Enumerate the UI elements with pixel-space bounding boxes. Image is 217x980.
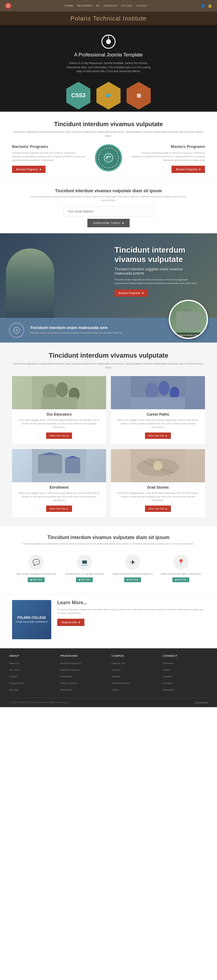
svg-point-14	[145, 383, 158, 399]
footer-link[interactable]: Newsletter	[163, 689, 174, 691]
icon-label-0: Diam ornare vulputate sociosqu amet	[16, 572, 56, 576]
hex-css3-shape: CSS3	[66, 89, 90, 103]
vivamus-subtitle: Nonummy dignissim suspendisse tincidunt …	[12, 362, 205, 370]
career-body: Career Paths Dolor amet saggitis quam. A…	[111, 409, 205, 444]
enrollment-image	[12, 449, 106, 482]
banner-browse-button[interactable]: Browse Programs	[114, 290, 148, 297]
programs-columns: Bachelor Programs Posuere ornare vulputa…	[12, 144, 205, 173]
footer-link[interactable]: Contact	[9, 675, 17, 678]
enrollment-body: Enrollment Dolor amet saggitis quam. Ant…	[12, 482, 106, 517]
programs-subtitle: Nonummy dignissim suspendisse tincidunt …	[12, 130, 205, 138]
hex-twitter-shape: 🐦	[97, 89, 120, 103]
footer-link[interactable]: Site Map	[9, 689, 19, 691]
career-image	[111, 376, 205, 409]
footer-link[interactable]: LinkedIn	[163, 675, 172, 678]
icon-item-2: ✈ Malesuada amet Nonummy dignissim ▶ BUT…	[109, 552, 157, 585]
educators-button[interactable]: More Like This	[46, 433, 72, 439]
footer-bottom: © 2014 Polaris Technical Institute. All …	[9, 698, 208, 704]
banner-content: Tincidunt interdum vivamus vulputate Tin…	[114, 245, 199, 297]
nav-k2[interactable]: K2	[96, 4, 100, 7]
lock-icon[interactable]: 🔒	[207, 4, 212, 8]
grid-card-educators: Our Educators Dolor amet saggitis quam. …	[12, 376, 106, 444]
svg-point-28	[154, 461, 162, 470]
footer-link[interactable]: Privacy Policy	[9, 682, 24, 684]
hero-section: A Professional Joomla Template Polaris i…	[0, 25, 217, 83]
learn-heading: Learn More...	[57, 600, 205, 605]
subscribe-text: Nonummy dignissim suspendisse tincidunt …	[30, 195, 187, 202]
nav-layout[interactable]: LAYOUT	[136, 4, 147, 7]
icon-button-1[interactable]: ▶ BUTTON	[76, 578, 93, 582]
footer-link[interactable]: Housing	[111, 668, 120, 671]
nav-features[interactable]: FEATURES	[77, 4, 92, 7]
feature-bar-text: Tincidunt interdum onare malesueda sem P…	[30, 325, 123, 334]
footer-link[interactable]: Certificates	[60, 675, 72, 678]
browse-bachelor-button[interactable]: Browse Programs	[12, 166, 46, 173]
icon-item-1: 💻 Tincidunt diam ut vulputate sociosqu ▶…	[60, 552, 109, 585]
career-button[interactable]: More Like This	[145, 433, 171, 439]
nav-user-icons[interactable]: 👤 🔒	[201, 4, 212, 8]
browse-masters-button[interactable]: Browse Programs	[171, 166, 205, 173]
footer-link[interactable]: Online Courses	[60, 682, 77, 684]
footer-link[interactable]: Workshops	[60, 689, 72, 691]
masters-text: Posuere ornare vulputate sit amet all at…	[131, 151, 205, 162]
educators-text: Dolor amet saggitis quam. Ante amet faug…	[16, 418, 103, 429]
learn-more-section: POLARIS COLLEGE YOUR COLLEGE STRATEGY Le…	[0, 594, 217, 648]
footer-link[interactable]: Bachelor Programs	[60, 662, 81, 665]
feature-bar-heading: Tincidunt interdum onare malesueda sem	[30, 325, 123, 330]
footer-link[interactable]: Library	[111, 689, 119, 691]
nav-logo[interactable]	[5, 2, 11, 9]
svg-point-16	[169, 387, 179, 399]
icon-button-2[interactable]: ▶ BUTTON	[124, 578, 141, 582]
footer-link[interactable]: Student Services	[111, 682, 130, 684]
request-info-button[interactable]: Request Info	[57, 619, 84, 626]
book-image: POLARIS COLLEGE YOUR COLLEGE STRATEGY	[12, 600, 51, 639]
bachelor-column: Bachelor Programs Posuere ornare vulputa…	[12, 144, 86, 173]
footer-link[interactable]: Masters Programs	[60, 668, 80, 671]
laptop-icon: 💻	[77, 555, 92, 570]
svg-point-15	[158, 381, 169, 395]
hex-css3: CSS3	[66, 89, 90, 103]
book-sub: YOUR COLLEGE STRATEGY	[15, 620, 48, 623]
features-icons-heading: Tincidunt interdum vivamus vulputate dia…	[12, 535, 205, 540]
grad-button[interactable]: More Like This	[145, 506, 171, 512]
features-icons-section: Tincidunt interdum vivamus vulputate dia…	[0, 527, 217, 594]
programs-circle	[95, 144, 122, 172]
grad-text: Dolor amet saggitis quam. Ante amet faug…	[114, 492, 201, 502]
email-input[interactable]	[63, 207, 154, 216]
hero-logo	[101, 34, 116, 49]
banner-text: Posuere ornare vulputate sit amet all at…	[114, 278, 199, 285]
icon-item-3: 📍 Libero amet ornare Bibero diam quam ▶ …	[157, 552, 205, 585]
subscribe-heading: Tincidunt interdum vivamus vulputate dia…	[30, 188, 187, 193]
footer-link[interactable]: Facebook	[163, 662, 173, 665]
hex-responsive: ⊞	[127, 89, 151, 103]
hex-twitter: 🐦	[97, 89, 120, 103]
icon-item-0: 💬 Diam ornare vulputate sociosqu amet ▶ …	[12, 552, 60, 585]
educators-title: Our Educators	[16, 412, 103, 417]
nav-styles[interactable]: STYLES	[121, 4, 133, 7]
footer-link[interactable]: YouTube	[163, 682, 172, 684]
footer-link[interactable]: Athletics	[111, 675, 120, 678]
educators-body: Our Educators Dolor amet saggitis quam. …	[12, 409, 106, 444]
nav-home[interactable]: HOME	[65, 4, 73, 7]
svg-point-1	[8, 5, 9, 6]
career-title: Career Paths	[114, 412, 201, 417]
nav-joomday[interactable]: JOOMDAY	[103, 4, 117, 7]
icon-button-0[interactable]: ▶ BUTTON	[28, 578, 44, 582]
enrollment-button[interactable]: More Like This	[46, 506, 72, 512]
footer-link[interactable]: Campus Life	[111, 662, 125, 665]
subscribe-button[interactable]: Subscribe Today	[87, 219, 130, 227]
svg-point-10	[56, 382, 68, 397]
footer-campus-heading: CAMPUS	[111, 654, 157, 657]
hero-person-area	[0, 233, 119, 318]
footer-connect-links: Facebook Twitter LinkedIn YouTube Newsle…	[163, 660, 208, 692]
footer-link[interactable]: Twitter	[163, 668, 170, 671]
feature-circle-inner: A Feature About College	[170, 301, 207, 338]
footer-credit: JoomlaFox	[195, 701, 208, 704]
hero-person-figure	[6, 248, 54, 318]
vivamus-heading: Tincidunt interdum vivamus vulputate	[12, 352, 205, 360]
icon-button-3[interactable]: ▶ BUTTON	[173, 578, 189, 582]
user-icon[interactable]: 👤	[201, 4, 205, 8]
footer-about-heading: ABOUT	[9, 654, 54, 657]
footer-link[interactable]: About Us	[9, 662, 19, 665]
footer-link[interactable]: The Team	[9, 668, 20, 671]
